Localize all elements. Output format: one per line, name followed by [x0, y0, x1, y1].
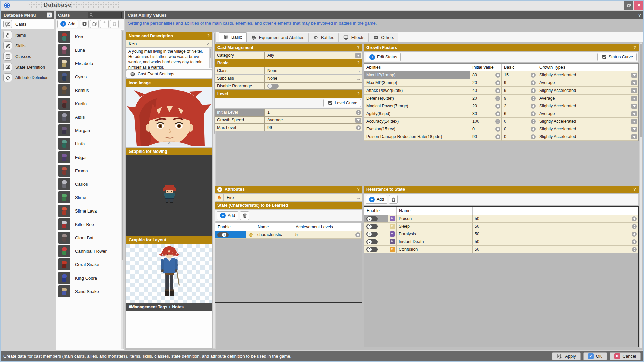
ability-name-cell[interactable]: Poison Damage Reduction Rate(18:pdrr) [364, 133, 470, 141]
cast-event-settings-button[interactable]: Cast Event Settings... [126, 70, 212, 78]
sidebar-item-skills[interactable]: Skills [1, 40, 54, 51]
dropdown-icon[interactable] [631, 111, 637, 116]
growth-type-cell[interactable]: Slightly Accelerated [537, 125, 638, 133]
dropdown-icon[interactable] [631, 80, 637, 85]
basic-value-cell[interactable]: 0 [502, 118, 537, 125]
search-input[interactable] [88, 12, 122, 18]
sidebar-item-state-definition[interactable]: State Definition [1, 62, 54, 72]
list-item[interactable]: Coral Snake [56, 258, 121, 271]
dropdown-icon[interactable] [631, 134, 637, 139]
resist-enable-cell[interactable]: 0 [364, 230, 388, 238]
initial-value-cell[interactable]: 80 [470, 71, 502, 79]
tab-effects[interactable]: Effects [339, 33, 369, 42]
collapse-chevron-up-icon[interactable]: ⌃ [167, 141, 171, 147]
initial-value-cell[interactable]: 100 [470, 118, 502, 125]
resist-name-cell[interactable]: Instant Death [397, 238, 473, 246]
stepper-icon[interactable] [495, 80, 500, 85]
management-tags-header[interactable]: #Management Tags + Notes [126, 303, 212, 311]
initial-value-cell[interactable]: 30 [470, 110, 502, 118]
add-cast-button[interactable]: +Add [57, 20, 78, 28]
resist-name-cell[interactable]: Poison [397, 215, 473, 223]
growth-type-cell[interactable]: Average [537, 110, 638, 118]
stepper-icon[interactable] [495, 73, 500, 78]
enable-toggle[interactable]: 0 [366, 224, 378, 229]
enable-toggle[interactable]: I [217, 232, 229, 237]
dropdown-icon[interactable] [355, 118, 361, 123]
ability-name-cell[interactable]: Magical Power(7:mgc) [364, 102, 470, 110]
stepper-icon[interactable] [531, 96, 536, 101]
dropdown-icon[interactable] [631, 96, 637, 101]
paste-cast-button[interactable] [100, 20, 109, 28]
sidebar-item-attribute-definition[interactable]: Attribute Definition [1, 72, 54, 83]
initial-value-cell[interactable]: 90 [470, 133, 502, 141]
list-item[interactable]: Bemus [56, 83, 121, 97]
enable-toggle[interactable]: 0 [366, 239, 378, 244]
list-item[interactable]: Sand Snake [56, 285, 121, 298]
stepper-icon[interactable] [495, 96, 500, 101]
scrollbar-thumb[interactable] [210, 49, 211, 58]
stepper-icon[interactable] [495, 119, 500, 124]
chevron-down-icon[interactable]: ▼ [217, 187, 222, 192]
growth-type-cell[interactable]: Slightly Accelerated [537, 102, 638, 110]
initial-value-cell[interactable]: 20 [470, 95, 502, 102]
sidebar-item-items[interactable]: Items [1, 29, 54, 40]
basic-value-cell[interactable]: 2 [502, 102, 537, 110]
growth-type-cell[interactable]: Slightly Accelerated [537, 118, 638, 125]
help-icon[interactable]: ? [207, 34, 210, 38]
dropdown-icon[interactable] [631, 73, 637, 78]
list-item[interactable]: Carlos [56, 177, 121, 191]
description-scrollbar[interactable] [209, 48, 212, 68]
enable-toggle[interactable]: 0 [366, 232, 378, 237]
list-item[interactable]: Aldis [56, 110, 121, 124]
list-item[interactable]: Linfa [56, 137, 121, 150]
help-icon[interactable]: ? [633, 187, 636, 192]
list-item[interactable]: King Cobra [56, 271, 121, 285]
stepper-icon[interactable] [632, 239, 637, 244]
learned-levels-cell[interactable]: 5 [293, 231, 362, 239]
resist-value-cell[interactable]: 50 [473, 246, 638, 253]
collapse-panel-button[interactable]: ‹ [47, 12, 52, 18]
enable-toggle[interactable]: 0 [366, 216, 378, 221]
resist-value-cell[interactable]: 50 [473, 230, 638, 238]
basic-value-cell[interactable]: 15 [502, 71, 537, 79]
graphic-moving-preview[interactable] [126, 155, 212, 236]
help-icon[interactable]: ? [357, 61, 360, 65]
help-icon[interactable]: ? [638, 13, 641, 18]
enable-toggle[interactable]: 0 [366, 247, 378, 252]
stepper-icon[interactable] [495, 111, 500, 116]
learned-name-cell[interactable]: characteristic [255, 231, 293, 239]
ability-name-cell[interactable]: Attack Power(5:atk) [364, 87, 470, 95]
growth-speed-select[interactable]: Average [264, 116, 362, 124]
list-item[interactable]: Slime [56, 191, 121, 204]
resist-enable-cell[interactable]: 0 [364, 223, 388, 230]
category-select[interactable]: Ally [264, 52, 362, 59]
list-item[interactable]: Slime Lava [56, 204, 121, 218]
stepper-icon[interactable] [495, 134, 500, 139]
growth-type-cell[interactable]: Average [537, 79, 638, 87]
dropdown-icon[interactable] [631, 127, 637, 132]
list-item[interactable]: Cannibal Flower [56, 244, 121, 258]
stepper-icon[interactable] [495, 88, 500, 93]
cast-description-field[interactable]: A young man living in the village of Nei… [126, 48, 212, 69]
growth-type-cell[interactable]: Slightly Accelerated [537, 71, 638, 79]
sidebar-item-casts[interactable]: Casts [1, 19, 54, 29]
basic-value-cell[interactable]: 6 [502, 110, 537, 118]
resist-enable-cell[interactable]: 0 [364, 215, 388, 223]
tab-others[interactable]: Others [369, 33, 398, 42]
class-picker[interactable]: None→ [264, 67, 362, 74]
stepper-icon[interactable] [356, 125, 361, 130]
copy-cast-button[interactable] [90, 20, 99, 28]
close-window-button[interactable]: ✕ [634, 1, 643, 10]
list-item[interactable]: Cyrus [56, 70, 121, 83]
resist-value-cell[interactable]: 50 [473, 223, 638, 230]
stepper-icon[interactable] [531, 88, 536, 93]
tab-battles[interactable]: Battles [309, 33, 339, 42]
stepper-icon[interactable] [531, 127, 536, 132]
list-item[interactable]: Kurfin [56, 97, 121, 110]
dropdown-icon[interactable] [355, 53, 361, 58]
stepper-icon[interactable] [531, 104, 536, 109]
ok-button[interactable]: ✓OK [583, 352, 607, 360]
growth-type-cell[interactable]: Slightly Accelerated [537, 87, 638, 95]
tab-equipment-and-abilities[interactable]: Equipment and Abilities [247, 33, 309, 42]
subclass-picker[interactable]: None→ [264, 75, 362, 82]
